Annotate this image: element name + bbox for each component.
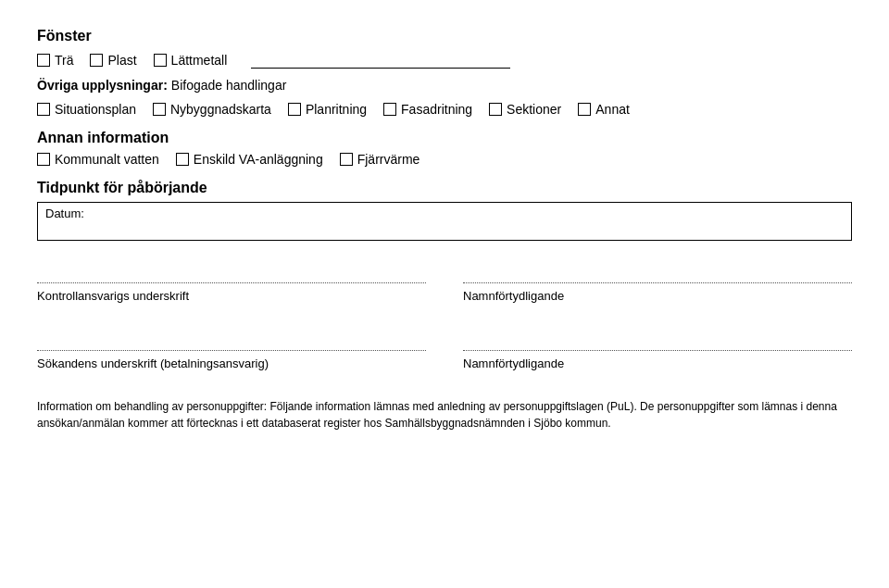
fasadritning-checkbox[interactable] xyxy=(383,103,396,116)
namnfort-1-line[interactable] xyxy=(463,263,852,283)
fonster-plast-label: Plast xyxy=(107,53,136,68)
ovriga-section: Övriga upplysningar: Bifogade handlingar… xyxy=(37,78,852,117)
planritning-item: Planritning xyxy=(288,102,367,117)
fjarrvarme-item: Fjärrvärme xyxy=(340,152,420,167)
fonster-tra-item: Trä xyxy=(37,53,73,68)
annan-information-row: Kommunalt vatten Enskild VA-anläggning F… xyxy=(37,152,852,167)
fonster-title: Fönster xyxy=(37,28,852,44)
enskild-va-checkbox[interactable] xyxy=(176,153,189,166)
footer-text: Information om behandling av personuppgi… xyxy=(37,400,837,430)
fonster-tra-label: Trä xyxy=(55,53,73,68)
ovriga-row: Övriga upplysningar: Bifogade handlingar xyxy=(37,78,852,93)
enskild-va-item: Enskild VA-anläggning xyxy=(176,152,323,167)
nybyggnadskarta-checkbox[interactable] xyxy=(153,103,166,116)
nybyggnadskarta-item: Nybyggnadskarta xyxy=(153,102,271,117)
bifogade-row: Situationsplan Nybyggnadskarta Planritni… xyxy=(37,102,852,117)
kommunalt-vatten-checkbox[interactable] xyxy=(37,153,50,166)
namnfort-1-col: Namnförtydligande xyxy=(463,263,852,303)
enskild-va-label: Enskild VA-anläggning xyxy=(194,152,323,167)
annat-checkbox[interactable] xyxy=(578,103,591,116)
namnfort-2-line[interactable] xyxy=(463,331,852,351)
annan-information-title: Annan information xyxy=(37,130,852,146)
info-footer: Information om behandling av personuppgi… xyxy=(37,398,852,432)
fonster-other-field[interactable] xyxy=(251,52,510,69)
sokandes-line[interactable] xyxy=(37,331,426,351)
namnfort-2-col: Namnförtydligande xyxy=(463,331,852,370)
fjarrvarme-label: Fjärrvärme xyxy=(357,152,420,167)
fonster-plast-item: Plast xyxy=(90,53,136,68)
sokandes-label: Sökandens underskrift (betalningsansvari… xyxy=(37,357,426,370)
sektioner-item: Sektioner xyxy=(489,102,561,117)
kontroll-col: Kontrollansvarigs underskrift xyxy=(37,263,426,303)
namnfort-1-label: Namnförtydligande xyxy=(463,289,852,303)
fonster-lattmetall-item: Lättmetall xyxy=(154,53,228,68)
kommunalt-vatten-item: Kommunalt vatten xyxy=(37,152,159,167)
planritning-checkbox[interactable] xyxy=(288,103,301,116)
sokandes-col: Sökandens underskrift (betalningsansvari… xyxy=(37,331,426,370)
sektioner-checkbox[interactable] xyxy=(489,103,502,116)
fonster-tra-checkbox[interactable] xyxy=(37,54,50,67)
tidpunkt-title: Tidpunkt för påbörjande xyxy=(37,180,852,196)
fonster-section: Fönster Trä Plast Lättmetall xyxy=(37,28,852,69)
fonster-options-row: Trä Plast Lättmetall xyxy=(37,52,852,69)
signature-row-1: Kontrollansvarigs underskrift Namnförtyd… xyxy=(37,263,852,303)
signature-row-2: Sökandens underskrift (betalningsansvari… xyxy=(37,331,852,370)
datum-label: Datum: xyxy=(45,206,84,220)
namnfort-2-label: Namnförtydligande xyxy=(463,357,852,370)
situationsplan-item: Situationsplan xyxy=(37,102,136,117)
ovriga-value: Bifogade handlingar xyxy=(171,78,287,93)
planritning-label: Planritning xyxy=(306,102,367,117)
nybyggnadskarta-label: Nybyggnadskarta xyxy=(170,102,271,117)
fasadritning-item: Fasadritning xyxy=(383,102,472,117)
fonster-plast-checkbox[interactable] xyxy=(90,54,103,67)
datum-box[interactable]: Datum: xyxy=(37,202,852,241)
situationsplan-label: Situationsplan xyxy=(55,102,136,117)
ovriga-label: Övriga upplysningar: xyxy=(37,78,168,93)
signature-section: Kontrollansvarigs underskrift Namnförtyd… xyxy=(37,263,852,370)
fonster-lattmetall-checkbox[interactable] xyxy=(154,54,167,67)
fjarrvarme-checkbox[interactable] xyxy=(340,153,353,166)
kontroll-line[interactable] xyxy=(37,263,426,283)
fasadritning-label: Fasadritning xyxy=(401,102,472,117)
annat-label: Annat xyxy=(595,102,630,117)
tidpunkt-section: Tidpunkt för påbörjande Datum: xyxy=(37,180,852,241)
annan-information-section: Annan information Kommunalt vatten Enski… xyxy=(37,130,852,167)
annat-item: Annat xyxy=(578,102,630,117)
sektioner-label: Sektioner xyxy=(507,102,561,117)
kommunalt-vatten-label: Kommunalt vatten xyxy=(55,152,159,167)
situationsplan-checkbox[interactable] xyxy=(37,103,50,116)
fonster-lattmetall-label: Lättmetall xyxy=(171,53,228,68)
kontroll-label: Kontrollansvarigs underskrift xyxy=(37,289,426,303)
